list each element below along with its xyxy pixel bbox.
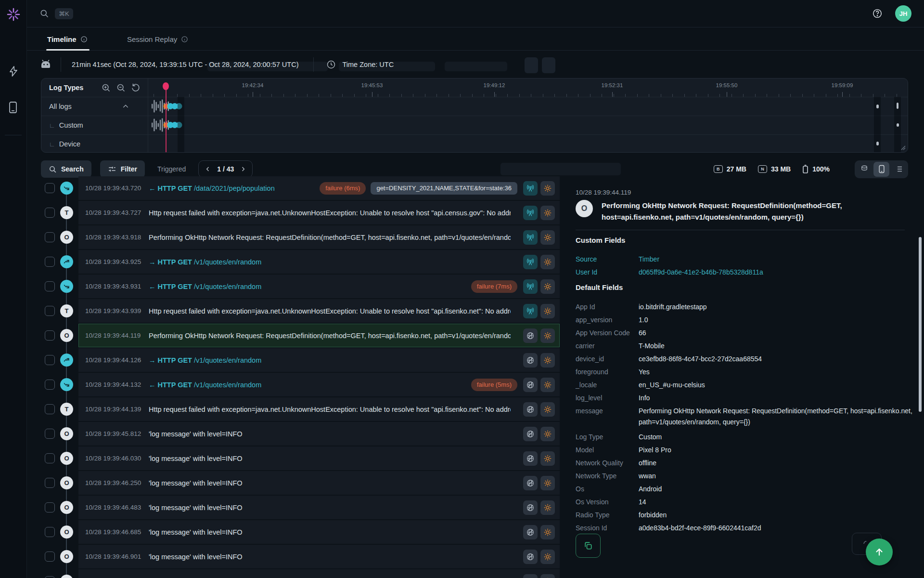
sun-icon[interactable]	[540, 279, 555, 294]
globe-offline-icon[interactable]	[523, 451, 538, 466]
log-row[interactable]: O10/28 19:39:46.250'log message' with le…	[41, 471, 560, 495]
scrollbar-thumb[interactable]	[919, 237, 922, 412]
log-row[interactable]: T10/28 19:39:43.727Http request failed w…	[41, 201, 560, 224]
log-row[interactable]: O'log message' with level=INFO	[41, 569, 560, 578]
zoom-out-icon[interactable]	[116, 83, 127, 93]
reset-zoom-icon[interactable]	[131, 83, 141, 93]
sun-icon[interactable]	[540, 451, 555, 466]
sun-icon[interactable]	[540, 304, 555, 318]
row-checkbox[interactable]	[45, 478, 55, 488]
zoom-in-icon[interactable]	[101, 83, 112, 93]
log-row[interactable]: 10/28 19:39:44.132← HTTP GET /v1/quotes/…	[41, 373, 560, 396]
log-row[interactable]: O10/28 19:39:46.685'log message' with le…	[41, 520, 560, 544]
device-view-icon[interactable]	[873, 162, 889, 177]
timeline-lane-device[interactable]: ∟Device	[49, 138, 80, 150]
row-checkbox[interactable]	[45, 330, 55, 341]
radio-tower-icon[interactable]	[523, 181, 538, 196]
log-row[interactable]: O10/28 19:39:44.119Performing OkHttp Net…	[41, 324, 560, 347]
log-row[interactable]: 10/28 19:39:43.931← HTTP GET /v1/quotes/…	[41, 275, 560, 298]
sun-icon[interactable]	[540, 230, 555, 245]
timeline-band	[178, 97, 184, 152]
help-icon[interactable]	[872, 8, 883, 19]
sun-icon[interactable]	[540, 574, 555, 578]
tab-session-replay[interactable]: Session Replay	[127, 27, 188, 51]
globe-offline-icon[interactable]	[523, 402, 538, 417]
data-view-icon[interactable]	[856, 162, 872, 177]
chevron-right-icon[interactable]	[240, 166, 246, 172]
device-phone-icon[interactable]	[8, 101, 18, 114]
sun-icon[interactable]	[540, 550, 555, 564]
log-row[interactable]: O10/28 19:39:46.483'log message' with le…	[41, 496, 560, 519]
sun-icon[interactable]	[540, 181, 555, 196]
globe-offline-icon[interactable]	[523, 476, 538, 490]
filter-button[interactable]: Filter	[100, 160, 145, 178]
globe-offline-icon[interactable]	[523, 574, 538, 578]
radio-tower-icon[interactable]	[523, 279, 538, 294]
scroll-top-fab[interactable]	[866, 539, 893, 565]
log-row[interactable]: O10/28 19:39:43.918Performing OkHttp Net…	[41, 225, 560, 249]
log-row[interactable]: T10/28 19:39:43.939Http request failed w…	[41, 299, 560, 323]
row-checkbox[interactable]	[45, 404, 55, 414]
app-logo-icon[interactable]	[7, 8, 20, 21]
sun-icon[interactable]	[540, 255, 555, 269]
row-checkbox[interactable]	[45, 306, 55, 316]
search-button[interactable]: Search	[41, 160, 91, 178]
sun-icon[interactable]	[540, 402, 555, 417]
global-search[interactable]: ⌘K	[39, 8, 73, 19]
row-checkbox[interactable]	[45, 183, 55, 193]
radio-tower-icon[interactable]	[523, 304, 538, 318]
row-checkbox[interactable]	[45, 552, 55, 562]
sun-icon[interactable]	[540, 476, 555, 490]
log-row[interactable]: O10/28 19:39:46.901'log message' with le…	[41, 545, 560, 568]
globe-offline-icon[interactable]	[523, 525, 538, 539]
log-row[interactable]: O10/28 19:39:45.812'log message' with le…	[41, 422, 560, 446]
log-row[interactable]: 10/28 19:39:44.126→ HTTP GET /v1/quotes/…	[41, 348, 560, 372]
tab-timeline[interactable]: Timeline	[47, 27, 88, 51]
log-row[interactable]: T10/28 19:39:44.139Http request failed w…	[41, 397, 560, 421]
row-checkbox[interactable]	[45, 576, 55, 578]
row-checkbox[interactable]	[45, 380, 55, 390]
sun-icon[interactable]	[540, 378, 555, 392]
copy-button[interactable]	[576, 534, 601, 558]
timeline-lane-all-logs[interactable]: All logs	[49, 101, 129, 112]
timeline-lane-custom[interactable]: ∟Custom	[49, 119, 83, 131]
row-checkbox[interactable]	[45, 208, 55, 218]
globe-offline-icon[interactable]	[523, 427, 538, 441]
sun-icon[interactable]	[540, 525, 555, 539]
globe-offline-icon[interactable]	[523, 550, 538, 564]
radio-tower-icon[interactable]	[523, 255, 538, 269]
row-checkbox[interactable]	[45, 453, 55, 463]
playhead[interactable]	[163, 82, 169, 90]
list-view-icon[interactable]	[891, 162, 907, 177]
log-row[interactable]: 10/28 19:39:43.925→ HTTP GET /v1/quotes/…	[41, 250, 560, 274]
log-row[interactable]: O10/28 19:39:46.030'log message' with le…	[41, 447, 560, 470]
row-checkbox[interactable]	[45, 355, 55, 365]
row-checkbox[interactable]	[45, 527, 55, 537]
globe-offline-icon[interactable]	[523, 328, 538, 343]
search-icon	[39, 9, 49, 18]
row-checkbox[interactable]	[45, 257, 55, 267]
row-checkbox[interactable]	[45, 281, 55, 291]
globe-offline-icon[interactable]	[523, 378, 538, 392]
row-checkbox[interactable]	[45, 429, 55, 439]
log-row[interactable]: 10/28 19:39:43.720← HTTP GET /data/2021/…	[41, 176, 560, 200]
globe-offline-icon[interactable]	[523, 353, 538, 368]
row-checkbox[interactable]	[45, 232, 55, 242]
chevron-left-icon[interactable]	[205, 166, 211, 172]
sun-icon[interactable]	[540, 328, 555, 343]
radio-tower-icon[interactable]	[523, 206, 538, 220]
globe-offline-icon[interactable]	[523, 500, 538, 515]
avatar[interactable]: JH	[895, 5, 911, 22]
field-value[interactable]: Timber	[639, 253, 917, 266]
sun-icon[interactable]	[540, 353, 555, 368]
row-checkbox[interactable]	[45, 502, 55, 512]
field-value[interactable]: d065ff9d-0a6e-41e2-b46b-78b5328d811a	[639, 266, 917, 279]
sun-icon[interactable]	[540, 427, 555, 441]
activity-mark	[897, 103, 898, 109]
sun-icon[interactable]	[540, 206, 555, 220]
chevron-up-icon[interactable]	[122, 103, 129, 110]
events-bolt-icon[interactable]	[8, 66, 19, 77]
sun-icon[interactable]	[540, 500, 555, 515]
playhead-line[interactable]	[166, 83, 167, 152]
radio-tower-icon[interactable]	[523, 230, 538, 245]
